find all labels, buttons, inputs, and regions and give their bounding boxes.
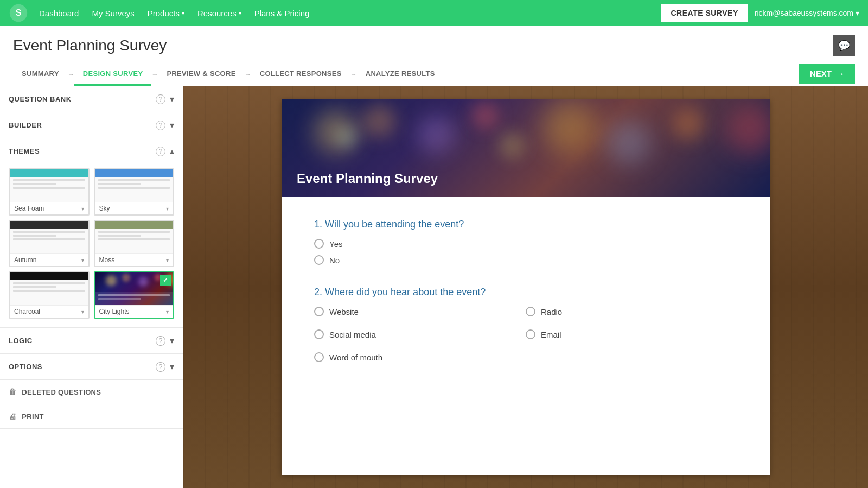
sky-footer: Sky ▾	[95, 202, 174, 214]
options-icons: ? ▾	[156, 362, 174, 372]
tab-preview-score[interactable]: PREVIEW & SCORE	[158, 63, 244, 86]
theme-preview-autumn	[10, 221, 88, 253]
seafoam-header-bar	[10, 169, 88, 177]
nav-link-resources[interactable]: Resources ▾	[197, 9, 241, 18]
radio-radio-icon[interactable]	[526, 307, 535, 316]
autumn-dropdown-icon[interactable]: ▾	[81, 257, 84, 263]
moss-dropdown-icon[interactable]: ▾	[166, 257, 169, 263]
sky-lines	[95, 177, 174, 202]
moss-line-1	[98, 231, 170, 233]
radio-email-icon[interactable]	[526, 329, 535, 339]
trash-icon: 🗑	[9, 388, 16, 396]
builder-title: BUILDER	[9, 121, 42, 129]
citylights-line-1	[98, 294, 170, 296]
tab-design-survey[interactable]: DESIGN SURVEY	[74, 63, 152, 86]
chat-icon: 💬	[838, 40, 850, 52]
tab-collect-responses[interactable]: COLLECT RESPONSES	[251, 63, 350, 86]
theme-preview-sky	[95, 169, 174, 202]
themes-header[interactable]: THEMES ? ▴	[0, 138, 183, 164]
app-logo[interactable]: S	[9, 3, 28, 23]
products-chevron-icon: ▾	[182, 10, 184, 16]
sidebar-item-deleted-questions[interactable]: 🗑 DELETED QUESTIONS	[0, 380, 183, 404]
radio-website-icon[interactable]	[314, 307, 324, 316]
deleted-questions-label: DELETED QUESTIONS	[22, 388, 101, 396]
theme-card-moss[interactable]: Moss ▾	[94, 220, 175, 267]
nav-link-plans[interactable]: Plans & Pricing	[254, 9, 310, 18]
citylights-name: City Lights	[99, 308, 130, 315]
theme-card-citylights[interactable]: ✓ City Lights ▾	[94, 271, 175, 319]
citylights-selected-badge: ✓	[160, 275, 171, 286]
sky-line-2	[98, 183, 142, 185]
logic-title: LOGIC	[9, 337, 33, 345]
moss-footer: Moss ▾	[95, 253, 174, 266]
logic-header[interactable]: LOGIC ? ▾	[0, 328, 183, 353]
nav-link-dashboard[interactable]: Dashboard	[39, 9, 79, 18]
create-survey-button[interactable]: CREATE SURVEY	[661, 4, 748, 22]
question-2-option-social[interactable]: Social media	[314, 329, 526, 339]
radio-yes-icon[interactable]	[314, 239, 324, 249]
autumn-line-3	[13, 238, 85, 240]
options-collapse-icon[interactable]: ▾	[170, 362, 174, 372]
theme-card-sky[interactable]: Sky ▾	[94, 168, 175, 216]
tabs-row: SUMMARY → DESIGN SURVEY → PREVIEW & SCOR…	[13, 63, 855, 86]
logic-help-icon[interactable]: ?	[156, 336, 165, 346]
autumn-line-1	[13, 231, 85, 233]
sky-dropdown-icon[interactable]: ▾	[166, 206, 169, 212]
charcoal-lines	[10, 280, 88, 305]
themes-title: THEMES	[9, 147, 40, 155]
sky-header-bar	[95, 169, 174, 177]
next-arrow-icon: →	[836, 69, 844, 78]
user-menu[interactable]: rickm@sabaeussystems.com ▾	[755, 9, 859, 17]
question-bank-collapse-icon[interactable]: ▾	[170, 94, 174, 104]
question-1-option-no[interactable]: No	[314, 255, 737, 265]
theme-card-seafoam[interactable]: Sea Foam ▾	[9, 168, 90, 216]
survey-banner-title: Event Planning Survey	[297, 171, 438, 186]
moss-header-bar	[95, 221, 174, 229]
radio-wordofmouth-icon[interactable]	[314, 352, 324, 362]
theme-card-autumn[interactable]: Autumn ▾	[9, 220, 90, 267]
nav-link-my-surveys[interactable]: My Surveys	[92, 9, 134, 18]
sidebar-item-print[interactable]: 🖨 PRINT	[0, 404, 183, 429]
builder-header[interactable]: BUILDER ? ▾	[0, 112, 183, 138]
question-2-option-website[interactable]: Website	[314, 307, 526, 316]
chat-button[interactable]: 💬	[833, 35, 855, 56]
themes-help-icon[interactable]: ?	[156, 147, 165, 156]
moss-name: Moss	[99, 256, 115, 264]
charcoal-dropdown-icon[interactable]: ▾	[81, 309, 84, 315]
tab-analyze-results[interactable]: ANALYZE RESULTS	[357, 63, 444, 86]
options-header[interactable]: OPTIONS ? ▾	[0, 354, 183, 379]
question-bank-help-icon[interactable]: ?	[156, 94, 165, 104]
options-help-icon[interactable]: ?	[156, 362, 165, 372]
citylights-dropdown-icon[interactable]: ▾	[166, 309, 169, 315]
themes-collapse-icon[interactable]: ▴	[170, 146, 174, 156]
question-bank-title: QUESTION BANK	[9, 95, 72, 103]
seafoam-dropdown-icon[interactable]: ▾	[81, 206, 84, 212]
question-2-option-wordofmouth[interactable]: Word of mouth	[314, 352, 526, 362]
radio-no-icon[interactable]	[314, 255, 324, 265]
seafoam-line-2	[13, 183, 56, 185]
theme-card-charcoal[interactable]: Charcoal ▾	[9, 271, 90, 319]
next-button[interactable]: NEXT →	[799, 64, 855, 84]
radio-social-icon[interactable]	[314, 329, 324, 339]
builder-collapse-icon[interactable]: ▾	[170, 120, 174, 130]
question-1-option-yes[interactable]: Yes	[314, 239, 737, 249]
seafoam-line-3	[13, 187, 85, 189]
sky-line-1	[98, 179, 170, 181]
autumn-name: Autumn	[14, 256, 36, 264]
theme-preview-moss	[95, 221, 174, 253]
autumn-footer: Autumn ▾	[10, 253, 88, 266]
survey-body: 1. Will you be attending the event? Yes …	[282, 197, 770, 412]
question-2-col2: Radio Email	[526, 307, 737, 369]
theme-preview-seafoam	[10, 169, 88, 202]
nav-link-products[interactable]: Products ▾	[148, 9, 184, 18]
question-2-option-radio[interactable]: Radio	[526, 307, 737, 316]
tab-arrow-2: →	[151, 71, 158, 78]
moss-line-2	[98, 235, 142, 237]
tab-summary[interactable]: SUMMARY	[13, 63, 68, 86]
logic-collapse-icon[interactable]: ▾	[170, 335, 174, 346]
question-2-option-email[interactable]: Email	[526, 329, 737, 339]
tab-arrow-3: →	[245, 71, 251, 78]
question-bank-icons: ? ▾	[156, 94, 174, 104]
builder-help-icon[interactable]: ?	[156, 121, 165, 130]
question-bank-header[interactable]: QUESTION BANK ? ▾	[0, 86, 183, 112]
